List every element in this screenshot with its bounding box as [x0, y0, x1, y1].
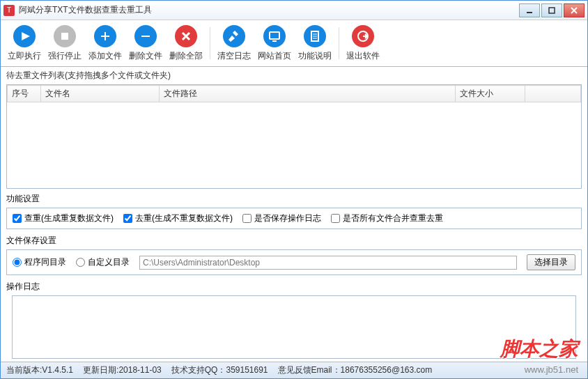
checkbox-option[interactable]: 是否保存操作日志 [242, 212, 321, 224]
toolbar-doc-button[interactable]: 功能说明 [295, 23, 334, 63]
checkbox-label: 去重(生成不重复数据文件) [135, 212, 233, 224]
toolbar-stop-button[interactable]: 强行停止 [45, 23, 84, 63]
window-title: 阿斌分享TXT文件数据查重去重工具 [19, 4, 518, 16]
toolbar-exit-button[interactable]: 退出软件 [343, 23, 382, 63]
toolbar-label: 立即执行 [8, 50, 41, 62]
toolbar-monitor-button[interactable]: 网站首页 [255, 23, 294, 63]
func-settings-title: 功能设置 [6, 193, 582, 205]
minus-icon [134, 25, 157, 47]
save-settings-title: 文件保存设置 [6, 235, 582, 247]
app-icon: T [3, 5, 15, 16]
log-title: 操作日志 [6, 281, 582, 293]
plus-icon [94, 25, 116, 47]
radio-label: 程序同目录 [24, 256, 66, 268]
file-list-header: 待去重文件列表(支持拖拽多个文件或文件夹) [1, 67, 587, 84]
radio-option[interactable]: 程序同目录 [13, 256, 66, 268]
radio-input[interactable] [13, 258, 22, 267]
checkbox-option[interactable]: 查重(生成重复数据文件) [13, 212, 114, 224]
file-table[interactable]: 序号文件名文件路径文件大小 [6, 84, 582, 189]
checkbox-input[interactable] [123, 214, 132, 223]
column-header[interactable]: 序号 [8, 86, 41, 102]
minimize-button[interactable] [519, 3, 540, 17]
radio-option[interactable]: 自定义目录 [76, 256, 130, 268]
toolbar-label: 添加文件 [88, 50, 122, 62]
column-header[interactable]: 文件路径 [160, 86, 456, 102]
column-header[interactable]: 文件大小 [456, 86, 525, 102]
doc-icon [304, 25, 326, 47]
exit-icon [352, 25, 374, 47]
checkbox-input[interactable] [331, 214, 340, 223]
func-settings-row: 查重(生成重复数据文件)去重(生成不重复数据文件)是否保存操作日志是否所有文件合… [6, 208, 582, 229]
save-settings-row: 程序同目录自定义目录 选择目录 [6, 249, 582, 275]
play-icon [13, 25, 36, 47]
svg-rect-1 [549, 8, 555, 13]
checkbox-label: 是否保存操作日志 [254, 212, 321, 224]
checkbox-option[interactable]: 去重(生成不重复数据文件) [123, 212, 233, 224]
toolbar-label: 功能说明 [298, 50, 332, 62]
svg-rect-5 [141, 36, 150, 37]
toolbar-label: 清空日志 [217, 50, 251, 62]
close-button[interactable] [564, 3, 585, 17]
toolbar-play-button[interactable]: 立即执行 [5, 23, 44, 63]
svg-rect-6 [270, 32, 279, 39]
stop-icon [54, 25, 76, 47]
radio-input[interactable] [76, 258, 85, 267]
toolbar-label: 删除全部 [169, 50, 203, 62]
radio-label: 自定义目录 [88, 256, 130, 268]
toolbar: 立即执行强行停止添加文件删除文件删除全部清空日志网站首页功能说明退出软件 [1, 20, 587, 67]
monitor-icon [263, 25, 286, 47]
column-header[interactable] [525, 86, 581, 102]
titlebar: T 阿斌分享TXT文件数据查重去重工具 [1, 1, 587, 20]
path-input[interactable] [139, 256, 517, 270]
log-area[interactable] [12, 295, 576, 359]
cross-icon [175, 25, 197, 47]
checkbox-label: 是否所有文件合并查重去重 [343, 212, 443, 224]
toolbar-label: 退出软件 [346, 50, 380, 62]
checkbox-option[interactable]: 是否所有文件合并查重去重 [331, 212, 443, 224]
toolbar-broom-button[interactable]: 清空日志 [215, 23, 254, 63]
toolbar-label: 强行停止 [48, 50, 82, 62]
svg-rect-4 [61, 33, 68, 40]
broom-icon [223, 25, 245, 47]
toolbar-label: 删除文件 [129, 50, 162, 62]
column-header[interactable]: 文件名 [41, 86, 160, 102]
checkbox-label: 查重(生成重复数据文件) [24, 212, 114, 224]
toolbar-cross-button[interactable]: 删除全部 [167, 23, 206, 63]
maximize-button[interactable] [541, 3, 562, 17]
toolbar-label: 网站首页 [258, 50, 291, 62]
browse-button[interactable]: 选择目录 [527, 254, 575, 270]
statusbar: 当前版本:V1.4.5.1 更新日期:2018-11-03 技术支持QQ：359… [1, 362, 587, 378]
toolbar-minus-button[interactable]: 删除文件 [126, 23, 165, 63]
checkbox-input[interactable] [13, 214, 22, 223]
checkbox-input[interactable] [242, 214, 252, 223]
toolbar-plus-button[interactable]: 添加文件 [86, 23, 125, 63]
